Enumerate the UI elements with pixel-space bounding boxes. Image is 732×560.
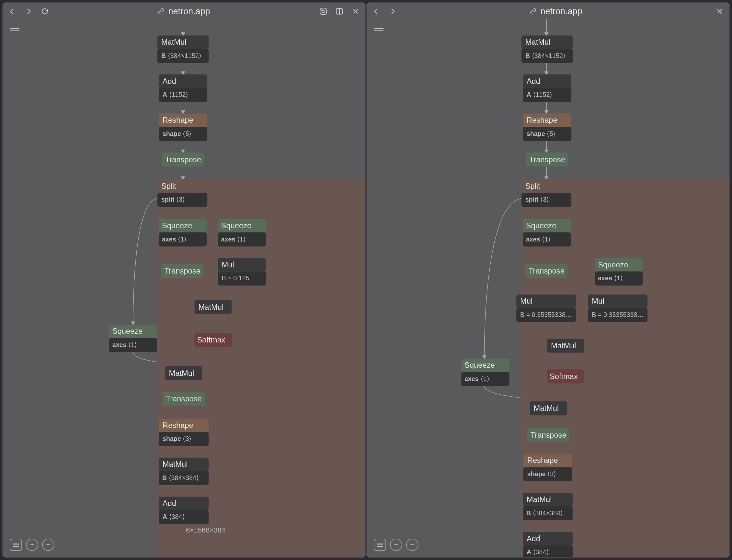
svg-text:A  ⟨1152⟩: A ⟨1152⟩ — [163, 91, 188, 98]
zoom-in-button[interactable]: + — [26, 539, 38, 551]
node-add[interactable]: Add A ⟨384⟩ — [523, 532, 573, 557]
node-add[interactable]: Add A ⟨1152⟩ — [523, 74, 571, 102]
svg-text:Softmax: Softmax — [197, 336, 225, 344]
forward-icon[interactable] — [24, 7, 33, 16]
svg-text:Split: Split — [161, 182, 176, 190]
menu-icon[interactable] — [10, 27, 19, 34]
node-reshape[interactable]: Reshape shape ⟨3⟩ — [524, 454, 572, 481]
node-squeeze[interactable]: Squeeze axes ⟨1⟩ — [523, 219, 571, 247]
svg-point-1 — [321, 10, 322, 11]
node-reshape[interactable]: Reshape shape ⟨5⟩ — [523, 114, 571, 141]
svg-text:MatMul: MatMul — [527, 495, 552, 504]
svg-text:Reshape: Reshape — [163, 421, 193, 430]
svg-text:B  ⟨384×384⟩: B ⟨384×384⟩ — [162, 474, 199, 481]
list-button[interactable] — [10, 539, 22, 551]
svg-text:Add: Add — [527, 77, 540, 85]
url-text[interactable]: netron.app — [540, 6, 582, 17]
zoom-in-button[interactable]: + — [390, 539, 402, 551]
svg-text:Reshape: Reshape — [163, 116, 193, 124]
svg-text:Transpose: Transpose — [165, 155, 201, 164]
node-add[interactable]: Add A ⟨1152⟩ — [159, 74, 207, 102]
node-transpose[interactable]: Transpose — [161, 264, 203, 278]
node-squeeze[interactable]: Squeeze axes ⟨1⟩ — [109, 325, 157, 352]
node-matmul[interactable]: MatMul B ⟨384×384⟩ — [159, 458, 208, 485]
link-icon — [530, 8, 536, 15]
svg-text:B  ⟨384×384⟩: B ⟨384×384⟩ — [526, 510, 563, 517]
svg-text:split  ⟨3⟩: split ⟨3⟩ — [525, 196, 549, 203]
svg-text:axes  ⟨1⟩: axes ⟨1⟩ — [465, 375, 489, 382]
svg-text:B = 0.35355338…: B = 0.35355338… — [592, 311, 644, 318]
svg-text:Squeeze: Squeeze — [162, 221, 192, 230]
svg-text:Mul: Mul — [222, 261, 234, 269]
svg-text:B = 0.125: B = 0.125 — [222, 274, 249, 282]
svg-text:B  ⟨384×1152⟩: B ⟨384×1152⟩ — [525, 52, 566, 59]
svg-rect-0 — [320, 8, 326, 15]
link-icon — [158, 8, 164, 15]
node-mul[interactable]: Mul B = 0.35355338… — [516, 295, 576, 322]
svg-text:Transpose: Transpose — [531, 431, 567, 439]
node-transpose[interactable]: Transpose — [526, 152, 568, 166]
node-matmul[interactable]: MatMul — [165, 366, 202, 380]
svg-text:MatMul: MatMul — [163, 460, 188, 468]
node-transpose[interactable]: Transpose — [527, 428, 569, 442]
svg-text:Mul: Mul — [520, 297, 533, 305]
svg-text:split  ⟨3⟩: split ⟨3⟩ — [161, 196, 185, 203]
titlebar: netron.app — [367, 3, 729, 19]
svg-text:MatMul: MatMul — [525, 38, 551, 46]
node-squeeze[interactable]: Squeeze axes ⟨1⟩ — [461, 358, 509, 386]
node-transpose[interactable]: Transpose — [525, 264, 568, 278]
pane-left: netron.app — [3, 3, 365, 557]
svg-text:MatMul: MatMul — [169, 369, 194, 377]
node-squeeze[interactable]: Squeeze axes ⟨1⟩ — [159, 219, 207, 247]
back-icon[interactable] — [372, 7, 381, 16]
close-icon[interactable] — [715, 7, 724, 16]
node-reshape[interactable]: Reshape shape ⟨3⟩ — [159, 419, 208, 446]
node-mul[interactable]: Mul B = 0.35355338… — [588, 295, 648, 322]
svg-text:shape  ⟨5⟩: shape ⟨5⟩ — [527, 130, 556, 137]
graph-canvas-right[interactable]: MatMul B ⟨384×1152⟩ Add A ⟨1152⟩ Reshape… — [367, 19, 729, 557]
svg-text:Mul: Mul — [592, 297, 604, 305]
pane-right: netron.app — [367, 3, 729, 557]
node-matmul[interactable]: MatMul — [530, 401, 567, 415]
svg-text:A  ⟨384⟩: A ⟨384⟩ — [527, 548, 549, 555]
svg-text:B = 0.35355338…: B = 0.35355338… — [520, 311, 572, 318]
graph-canvas-left[interactable]: MatMul B ⟨384×1152⟩ Add A ⟨1152⟩ Reshape… — [3, 19, 365, 557]
node-add[interactable]: Add A ⟨384⟩ — [159, 497, 208, 524]
svg-text:Squeeze: Squeeze — [112, 327, 143, 335]
node-mul[interactable]: Mul B = 0.125 — [218, 258, 266, 286]
node-squeeze[interactable]: Squeeze axes ⟨1⟩ — [595, 258, 643, 286]
list-button[interactable] — [374, 539, 386, 551]
svg-text:axes  ⟨1⟩: axes ⟨1⟩ — [112, 341, 137, 348]
split-view-icon[interactable] — [335, 7, 344, 16]
svg-text:Squeeze: Squeeze — [465, 361, 495, 369]
node-matmul[interactable]: MatMul B ⟨384×1152⟩ — [157, 35, 208, 63]
zoom-out-button[interactable]: − — [42, 539, 54, 551]
settings-icon[interactable] — [319, 7, 328, 16]
url-text[interactable]: netron.app — [168, 6, 210, 17]
node-matmul[interactable]: MatMul B ⟨384×1152⟩ — [522, 35, 573, 63]
svg-text:Transpose: Transpose — [166, 395, 202, 403]
close-icon[interactable] — [351, 7, 360, 16]
node-matmul[interactable]: MatMul — [547, 339, 584, 353]
reload-icon[interactable] — [40, 7, 49, 16]
svg-text:axes  ⟨1⟩: axes ⟨1⟩ — [598, 274, 623, 282]
svg-text:shape  ⟨5⟩: shape ⟨5⟩ — [163, 130, 192, 137]
shape-annotation: 6×1568×384 — [186, 526, 225, 534]
node-transpose[interactable]: Transpose — [162, 152, 204, 166]
node-squeeze[interactable]: Squeeze axes ⟨1⟩ — [218, 219, 266, 247]
menu-icon[interactable] — [375, 27, 384, 34]
svg-text:Add: Add — [527, 534, 540, 543]
node-reshape[interactable]: Reshape shape ⟨5⟩ — [159, 114, 207, 141]
node-softmax[interactable]: Softmax — [195, 333, 232, 347]
svg-text:A  ⟨384⟩: A ⟨384⟩ — [163, 513, 185, 520]
svg-text:MatMul: MatMul — [198, 303, 223, 311]
node-matmul[interactable]: MatMul — [195, 300, 232, 314]
node-softmax[interactable]: Softmax — [547, 369, 584, 383]
svg-text:Squeeze: Squeeze — [526, 221, 557, 230]
titlebar: netron.app — [3, 3, 365, 19]
forward-icon[interactable] — [388, 7, 397, 16]
zoom-out-button[interactable]: − — [406, 539, 419, 551]
node-matmul[interactable]: MatMul B ⟨384×384⟩ — [523, 493, 573, 520]
back-icon[interactable] — [8, 7, 17, 16]
node-transpose[interactable]: Transpose — [163, 392, 205, 406]
